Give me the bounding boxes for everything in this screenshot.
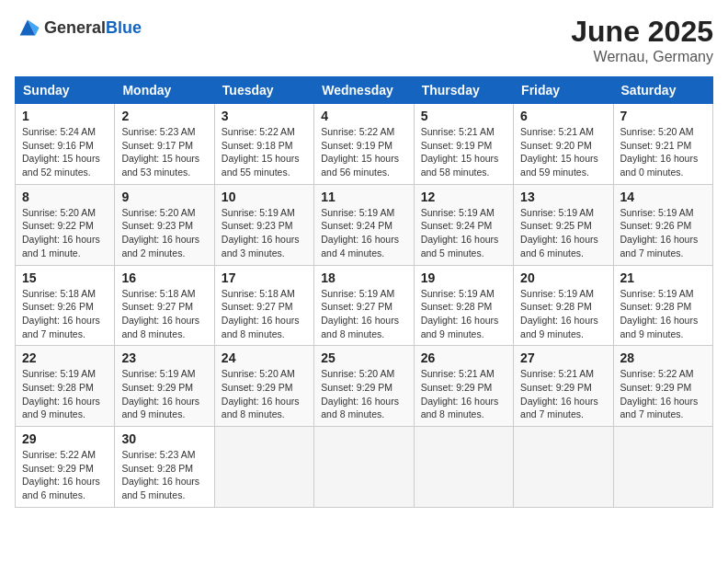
day-25: 25 Sunrise: 5:20 AMSunset: 9:29 PMDaylig… [314,346,414,427]
day-3: 3 Sunrise: 5:22 AMSunset: 9:18 PMDayligh… [214,104,313,185]
day-8: 8 Sunrise: 5:20 AMSunset: 9:22 PMDayligh… [16,184,115,265]
empty-cell-4 [514,427,613,508]
day-5: 5 Sunrise: 5:21 AMSunset: 9:19 PMDayligh… [414,104,513,185]
empty-cell-2 [314,427,414,508]
day-24: 24 Sunrise: 5:20 AMSunset: 9:29 PMDaylig… [214,346,313,427]
page-header: GeneralBlue June 2025 Wernau, Germany [15,15,713,65]
week-row-3: 15 Sunrise: 5:18 AMSunset: 9:26 PMDaylig… [16,265,713,346]
empty-cell-3 [414,427,513,508]
day-28: 28 Sunrise: 5:22 AMSunset: 9:29 PMDaylig… [613,346,712,427]
title-area: June 2025 Wernau, Germany [571,15,713,65]
day-15: 15 Sunrise: 5:18 AMSunset: 9:26 PMDaylig… [16,265,115,346]
week-row-4: 22 Sunrise: 5:19 AMSunset: 9:28 PMDaylig… [16,346,713,427]
day-27: 27 Sunrise: 5:21 AMSunset: 9:29 PMDaylig… [514,346,613,427]
calendar-header-row: Sunday Monday Tuesday Wednesday Thursday… [16,77,713,104]
day-22: 22 Sunrise: 5:19 AMSunset: 9:28 PMDaylig… [16,346,115,427]
col-sunday: Sunday [16,77,115,104]
day-13: 13 Sunrise: 5:19 AMSunset: 9:25 PMDaylig… [514,184,613,265]
day-7: 7 Sunrise: 5:20 AMSunset: 9:21 PMDayligh… [613,104,712,185]
day-30: 30 Sunrise: 5:23 AMSunset: 9:28 PMDaylig… [115,427,214,508]
day-26: 26 Sunrise: 5:21 AMSunset: 9:29 PMDaylig… [414,346,513,427]
month-title: June 2025 [571,15,713,49]
day-29: 29 Sunrise: 5:22 AMSunset: 9:29 PMDaylig… [16,427,115,508]
day-9: 9 Sunrise: 5:20 AMSunset: 9:23 PMDayligh… [115,184,214,265]
col-monday: Monday [115,77,214,104]
day-20: 20 Sunrise: 5:19 AMSunset: 9:28 PMDaylig… [514,265,613,346]
col-saturday: Saturday [613,77,712,104]
day-23: 23 Sunrise: 5:19 AMSunset: 9:29 PMDaylig… [115,346,214,427]
day-10: 10 Sunrise: 5:19 AMSunset: 9:23 PMDaylig… [214,184,313,265]
day-21: 21 Sunrise: 5:19 AMSunset: 9:28 PMDaylig… [613,265,712,346]
day-18: 18 Sunrise: 5:19 AMSunset: 9:27 PMDaylig… [314,265,414,346]
day-16: 16 Sunrise: 5:18 AMSunset: 9:27 PMDaylig… [115,265,214,346]
day-14: 14 Sunrise: 5:19 AMSunset: 9:26 PMDaylig… [613,184,712,265]
col-friday: Friday [514,77,613,104]
day-2: 2 Sunrise: 5:23 AMSunset: 9:17 PMDayligh… [115,104,214,185]
week-row-2: 8 Sunrise: 5:20 AMSunset: 9:22 PMDayligh… [16,184,713,265]
day-19: 19 Sunrise: 5:19 AMSunset: 9:28 PMDaylig… [414,265,513,346]
logo-icon [15,15,40,40]
day-11: 11 Sunrise: 5:19 AMSunset: 9:24 PMDaylig… [314,184,414,265]
day-17: 17 Sunrise: 5:18 AMSunset: 9:27 PMDaylig… [214,265,313,346]
col-tuesday: Tuesday [214,77,313,104]
location-title: Wernau, Germany [571,49,713,65]
logo-text: GeneralBlue [44,18,142,38]
day-1: 1 Sunrise: 5:24 AMSunset: 9:16 PMDayligh… [16,104,115,185]
col-wednesday: Wednesday [314,77,414,104]
day-4: 4 Sunrise: 5:22 AMSunset: 9:19 PMDayligh… [314,104,414,185]
logo-blue: Blue [106,18,142,37]
col-thursday: Thursday [414,77,513,104]
empty-cell-5 [613,427,712,508]
empty-cell-1 [214,427,313,508]
logo: GeneralBlue [15,15,142,40]
day-12: 12 Sunrise: 5:19 AMSunset: 9:24 PMDaylig… [414,184,513,265]
logo-general: General [44,18,106,37]
week-row-5: 29 Sunrise: 5:22 AMSunset: 9:29 PMDaylig… [16,427,713,508]
week-row-1: 1 Sunrise: 5:24 AMSunset: 9:16 PMDayligh… [16,104,713,185]
calendar-table: Sunday Monday Tuesday Wednesday Thursday… [15,76,713,508]
day-6: 6 Sunrise: 5:21 AMSunset: 9:20 PMDayligh… [514,104,613,185]
